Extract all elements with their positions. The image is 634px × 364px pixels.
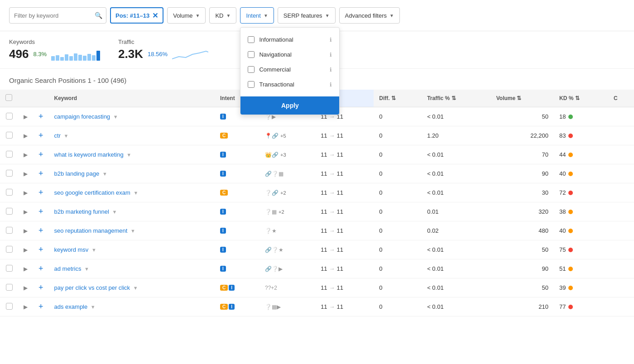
keyword-link[interactable]: what is keyword marketing [54,151,124,158]
row-checkbox[interactable] [6,246,13,253]
pos-cell: 11 → 11 [315,221,374,240]
intent-cell: I [215,145,259,164]
keyword-link[interactable]: keyword msv [54,246,89,253]
expand-button[interactable]: ▶ [24,247,28,253]
keyword-cell: campaign forecasting ▼ [49,107,215,126]
keyword-link[interactable]: ad metrics [54,265,82,272]
transactional-checkbox[interactable] [248,81,255,88]
row-checkbox[interactable] [6,189,13,196]
add-keyword-button[interactable]: + [38,188,43,197]
keyword-link[interactable]: ctr [54,132,61,139]
row-checkbox[interactable] [6,227,13,234]
keyword-dropdown-icon[interactable]: ▼ [113,114,118,120]
kd-dropdown[interactable]: KD ▼ [209,7,236,24]
expand-button[interactable]: ▶ [24,152,28,158]
pos-chip-close[interactable]: ✕ [152,11,158,20]
add-keyword-button[interactable]: + [38,207,43,216]
intent-option-informational[interactable]: Informational ℹ [240,32,339,47]
th-diff[interactable]: Diff. ⇅ [374,90,422,107]
keyword-dropdown-icon[interactable]: ▼ [84,266,89,272]
row-checkbox[interactable] [6,284,13,291]
intent-dropdown-btn[interactable]: Intent ▼ [240,7,274,24]
keyword-link[interactable]: seo reputation management [54,227,128,234]
expand-button[interactable]: ▶ [24,133,28,139]
add-keyword-button[interactable]: + [38,169,43,178]
traffic-value: < 0.01 [427,246,444,253]
pos-from: 11 [321,151,327,158]
keyword-link[interactable]: pay per click vs cost per click [54,284,130,291]
select-all-checkbox[interactable] [5,94,12,101]
pos-chip[interactable]: Pos: #11–13 ✕ [110,7,163,24]
expand-button[interactable]: ▶ [24,114,28,120]
pos-to: 11 [337,208,343,215]
row-checkbox[interactable] [6,132,13,139]
th-keyword[interactable]: Keyword [49,90,215,107]
add-keyword-button[interactable]: + [38,131,43,140]
add-keyword-button[interactable]: + [38,112,43,121]
add-keyword-button[interactable]: + [38,245,43,254]
row-checkbox[interactable] [6,170,13,177]
row-checkbox[interactable] [6,265,13,272]
traffic-cell: < 0.01 [422,145,491,164]
intent-option-navigational[interactable]: Navigational ℹ [240,47,339,62]
navigational-checkbox[interactable] [248,51,255,58]
keyword-link[interactable]: b2b marketing funnel [54,208,109,215]
intent-option-commercial[interactable]: Commercial ℹ [240,62,339,77]
row-checkbox[interactable] [6,113,13,120]
add-keyword-button[interactable]: + [38,150,43,159]
row-checkbox[interactable] [6,208,13,215]
add-keyword-button[interactable]: + [38,283,43,292]
search-icon[interactable]: 🔍 [91,12,106,19]
kd-value: 51 [559,265,566,272]
expand-button[interactable]: ▶ [24,266,28,272]
kd-value: 44 [559,151,566,158]
keyword-link[interactable]: seo google certification exam [54,189,130,196]
serp-features-dropdown[interactable]: SERP features ▼ [278,7,336,24]
pos-from: 11 [321,303,327,310]
keyword-link[interactable]: b2b landing page [54,170,100,177]
kd-dot [568,115,573,119]
pos-to: 11 [337,265,343,272]
search-input[interactable] [10,12,91,19]
keyword-dropdown-icon[interactable]: ▼ [64,133,69,139]
expand-button[interactable]: ▶ [24,228,28,234]
commercial-checkbox[interactable] [248,66,255,73]
expand-button[interactable]: ▶ [24,285,28,291]
kd-cell: 75 [554,240,608,259]
keyword-dropdown-icon[interactable]: ▼ [91,304,96,310]
c-cell [608,259,634,278]
keyword-dropdown-icon[interactable]: ▼ [112,209,117,215]
advanced-filters-dropdown[interactable]: Advanced filters ▼ [339,7,400,24]
th-volume[interactable]: Volume ⇅ [491,90,554,107]
keyword-dropdown-icon[interactable]: ▼ [133,285,138,291]
keyword-link[interactable]: campaign forecasting [54,113,110,120]
pos-from: 11 [321,246,327,253]
th-c[interactable]: C [608,90,634,107]
keyword-link[interactable]: ads example [54,303,88,310]
pos-cell: 11 → 11 [315,278,374,297]
expand-button[interactable]: ▶ [24,190,28,196]
th-kd[interactable]: KD % ⇅ [554,90,608,107]
row-checkbox[interactable] [6,303,13,310]
add-keyword-button[interactable]: + [38,264,43,273]
pos-value: 11 → 11 [321,303,368,310]
keyword-dropdown-icon[interactable]: ▼ [134,190,139,196]
volume-dropdown[interactable]: Volume ▼ [167,7,206,24]
expand-button[interactable]: ▶ [24,304,28,310]
expand-button[interactable]: ▶ [24,209,28,215]
intent-badge: I [220,266,226,272]
row-checkbox[interactable] [6,151,13,158]
c-cell [608,297,634,316]
add-keyword-button[interactable]: + [38,302,43,311]
apply-button[interactable]: Apply [240,96,339,115]
keyword-dropdown-icon[interactable]: ▼ [130,228,135,234]
keyword-dropdown-icon[interactable]: ▼ [91,247,96,253]
th-traffic[interactable]: Traffic % ⇅ [422,90,491,107]
expand-button[interactable]: ▶ [24,171,28,177]
keyword-dropdown-icon[interactable]: ▼ [102,171,107,177]
informational-checkbox[interactable] [248,36,255,43]
keyword-dropdown-icon[interactable]: ▼ [126,152,131,158]
intent-option-transactional[interactable]: Transactional ℹ [240,77,339,92]
add-keyword-button[interactable]: + [38,226,43,235]
pos-value: 11 → 11 [321,208,368,215]
